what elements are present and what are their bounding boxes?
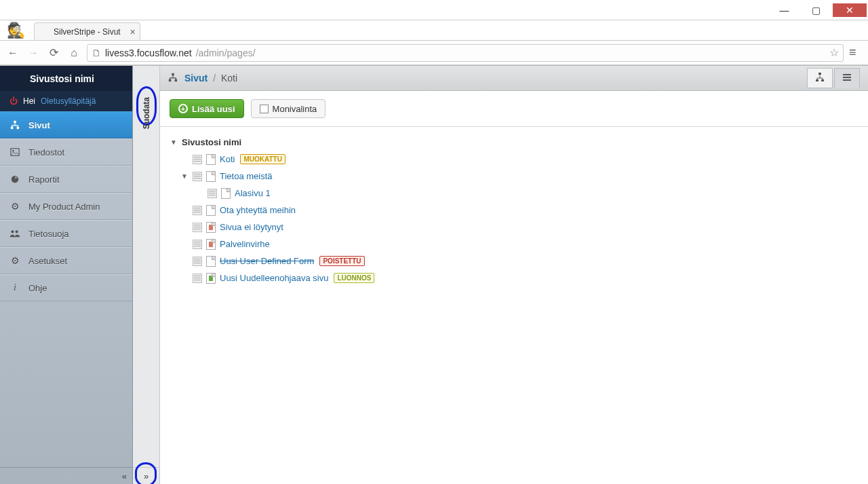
window-maximize-icon[interactable]: ▢ [801,3,831,17]
window-minimize-icon[interactable]: — [769,3,800,17]
incognito-icon: 🕵️ [7,22,25,39]
url-host: livess3.focusflow.net [105,48,192,58]
back-button[interactable]: ← [5,45,20,60]
browser-tab-bar: 🕵️ SilverStripe - Sivut × [0,20,868,41]
forward-button[interactable]: → [26,45,41,60]
window-titlebar: — ▢ ✕ [0,0,868,20]
url-bar[interactable]: 🗋 livess3.focusflow.net/admin/pages/ ☆ [87,44,844,62]
browser-nav-bar: ← → ⟳ ⌂ 🗋 livess3.focusflow.net/admin/pa… [0,41,868,65]
window-close-icon[interactable]: ✕ [833,3,867,17]
reload-button[interactable]: ⟳ [46,45,61,60]
browser-tab[interactable]: SilverStripe - Sivut × [34,22,140,40]
page-info-icon[interactable]: 🗋 [92,48,101,58]
bookmark-star-icon[interactable]: ☆ [829,46,839,59]
tab-title: SilverStripe - Sivut [54,27,121,37]
url-path: /admin/pages/ [196,48,256,58]
silverstripe-favicon-icon [40,27,50,37]
tab-close-icon[interactable]: × [130,26,136,37]
home-button[interactable]: ⌂ [66,45,81,60]
chrome-menu-icon[interactable]: ≡ [849,45,863,60]
